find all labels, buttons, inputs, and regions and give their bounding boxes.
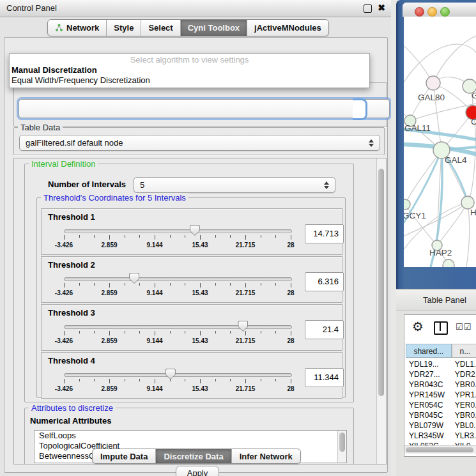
- network-canvas[interactable]: GAL80GACGAL11GAL4GCY1HHAP2: [404, 17, 476, 267]
- close-light-icon[interactable]: [415, 7, 424, 17]
- major-tick: [109, 379, 110, 383]
- major-tick: [109, 283, 110, 288]
- table-data-selected-value: galFiltered.sif default node: [26, 138, 123, 148]
- table-row[interactable]: YBR045CYBR0...: [406, 410, 476, 420]
- attribute-list-item[interactable]: SelfLoops: [35, 431, 346, 441]
- node-label: GCY1: [404, 211, 426, 220]
- combo-stepper-icon[interactable]: [369, 139, 374, 147]
- tab-cyni-toolbox[interactable]: Cyni Toolbox: [180, 20, 247, 36]
- columns-icon[interactable]: [434, 321, 448, 335]
- tick-label: 9.144: [146, 385, 162, 392]
- table-cell[interactable]: YBL0...: [452, 420, 476, 431]
- table-horizontal-scrollbar[interactable]: [404, 445, 476, 454]
- table-row[interactable]: YLR345WYLR3...: [406, 431, 476, 441]
- gear-icon[interactable]: ⚙: [412, 319, 424, 334]
- major-tick: [245, 235, 246, 240]
- slider-track[interactable]: [64, 277, 292, 281]
- table-cell[interactable]: YBR0...: [452, 380, 476, 390]
- major-tick: [200, 331, 201, 335]
- threshold-value-field[interactable]: 21.4: [305, 320, 344, 339]
- scrollbar-thumb[interactable]: [339, 433, 345, 452]
- close-icon[interactable]: ✖: [378, 3, 385, 13]
- network-node[interactable]: [426, 76, 440, 90]
- table-cell[interactable]: YBL079W: [406, 420, 452, 431]
- settings-vertical-scrollbar[interactable]: [376, 158, 386, 464]
- tab-label: Impute Data: [100, 452, 148, 461]
- table-cell[interactable]: YPR145W: [406, 390, 452, 400]
- scrollbar-thumb[interactable]: [378, 169, 384, 396]
- minor-tick: [215, 331, 216, 334]
- scrollbar-thumb[interactable]: [406, 447, 473, 452]
- table-row[interactable]: YDR27...YDR2...: [406, 369, 476, 380]
- table-cell[interactable]: YBR0...: [452, 410, 476, 420]
- table-cell[interactable]: YDL1...: [452, 359, 476, 369]
- table-cell[interactable]: YER054C: [406, 400, 452, 410]
- algorithm-option-1[interactable]: Manual Discretization: [12, 65, 97, 75]
- slider-track[interactable]: [64, 325, 292, 329]
- column-header-2[interactable]: n...: [452, 344, 476, 358]
- mode-tab-infer-network[interactable]: Infer Network: [231, 449, 300, 463]
- table-row[interactable]: YBR043CYBR0...: [406, 380, 476, 390]
- algorithm-dropdown-popup: Select algorithm to view settings Manual…: [9, 53, 370, 88]
- threshold-label: Threshold 1: [48, 212, 95, 222]
- tab-jactivemnodules[interactable]: jActiveMNodules: [247, 20, 328, 36]
- major-tick: [291, 235, 291, 240]
- table-cell[interactable]: YLR345W: [406, 431, 452, 441]
- algorithm-combobox[interactable]: [19, 99, 390, 118]
- number-of-intervals-combobox[interactable]: 5: [134, 177, 335, 193]
- tab-network[interactable]: Network: [48, 20, 106, 36]
- table-row[interactable]: YER054CYER0...: [406, 400, 476, 410]
- threshold-value-field[interactable]: 11.344: [305, 368, 344, 387]
- table-data-group-title: Table Data: [18, 123, 63, 132]
- apply-button[interactable]: Apply: [176, 466, 219, 476]
- table-data-combobox[interactable]: galFiltered.sif default node: [19, 135, 380, 151]
- minimize-light-icon[interactable]: [427, 7, 437, 17]
- mode-tab-impute-data[interactable]: Impute Data: [93, 449, 155, 463]
- table-cell[interactable]: YPR1...: [452, 390, 476, 400]
- slider-thumb[interactable]: [165, 369, 176, 380]
- slider-thumb[interactable]: [129, 273, 139, 284]
- minor-tick: [94, 235, 95, 238]
- checkboxes-icon[interactable]: ☑☑: [456, 322, 472, 332]
- threshold-label: Threshold 3: [48, 308, 95, 318]
- table-cell[interactable]: YDR2...: [452, 369, 476, 380]
- network-node[interactable]: [404, 199, 410, 210]
- mode-tab-discretize-data[interactable]: Discretize Data: [155, 449, 231, 463]
- tick-label: 2.859: [101, 242, 117, 249]
- table-cell[interactable]: YDL19...: [406, 359, 452, 369]
- attributes-group-title: Attributes to discretize: [29, 403, 116, 413]
- attributes-scrollbar[interactable]: [337, 431, 346, 463]
- table-cell[interactable]: YLR3...: [452, 431, 476, 441]
- node-label: GAL11: [404, 123, 431, 133]
- major-tick: [109, 331, 110, 335]
- threshold-value-field[interactable]: 14.713: [305, 224, 344, 243]
- table-cell[interactable]: YBR043C: [406, 380, 452, 390]
- table-row[interactable]: YPR145WYPR1...: [406, 390, 476, 400]
- table-cell[interactable]: YER0...: [452, 400, 476, 410]
- major-tick: [200, 235, 201, 240]
- tab-select[interactable]: Select: [141, 20, 180, 36]
- control-panel-window: Control Panel ✖ NetworkStyleSelectCyni T…: [0, 0, 392, 476]
- algorithm-option-2[interactable]: Equal Width/Frequency Discretization: [12, 75, 150, 85]
- table-cell[interactable]: YDR27...: [406, 369, 452, 380]
- minor-tick: [215, 379, 216, 381]
- network-node[interactable]: [443, 259, 454, 267]
- slider-thumb[interactable]: [190, 225, 200, 236]
- threshold-value-field[interactable]: 6.316: [305, 272, 344, 291]
- zoom-light-icon[interactable]: [440, 7, 450, 17]
- column-header-1[interactable]: shared...: [406, 344, 452, 358]
- combo-stepper-icon[interactable]: [324, 181, 330, 189]
- float-window-icon[interactable]: [364, 4, 372, 13]
- tab-style[interactable]: Style: [106, 20, 141, 36]
- slider-track[interactable]: [64, 373, 292, 377]
- tick-label: 9.144: [146, 289, 162, 296]
- minor-tick: [79, 283, 80, 286]
- slider-track[interactable]: [64, 229, 292, 233]
- table-row[interactable]: YDL19...YDL1...: [406, 359, 476, 369]
- slider-thumb[interactable]: [238, 321, 248, 332]
- table-row[interactable]: YBL079WYBL0...: [406, 420, 476, 431]
- table-cell[interactable]: YBR045C: [406, 410, 452, 420]
- tick-label: 21.715: [236, 289, 256, 296]
- network-node[interactable]: [461, 196, 474, 209]
- node-table: ⚙ ☑☑ shared...n... YDL19...YDL1...YDR27.…: [404, 314, 476, 457]
